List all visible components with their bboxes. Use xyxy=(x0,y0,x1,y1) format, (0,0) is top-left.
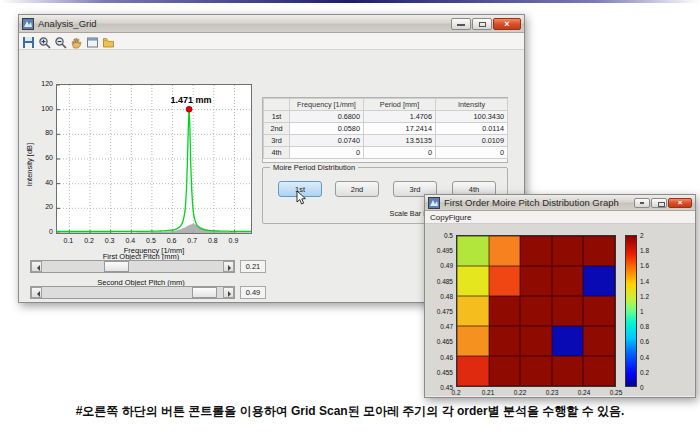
menu-bar: CopyFigure xyxy=(425,211,695,224)
heatmap-cell xyxy=(520,326,552,356)
title-bar[interactable]: Analysis_Grid × xyxy=(19,15,524,33)
heatmap-cell xyxy=(457,236,489,266)
heatmap-cell xyxy=(520,266,552,296)
y-tick-label: 100 xyxy=(31,105,53,112)
heatmap-x-tick: 0.24 xyxy=(571,389,597,396)
heatmap-cell xyxy=(552,236,584,266)
mouse-cursor-icon xyxy=(296,191,307,206)
slider-left-arrow-icon[interactable] xyxy=(31,261,42,272)
table-header: Frequency [1/mm]Period [mm]Intensity xyxy=(264,99,508,111)
slider-thumb[interactable] xyxy=(104,261,129,272)
screenshot-canvas: { "page": { "caption": "#오른쪽 하단의 버튼 콘트롤을… xyxy=(0,0,700,436)
heatmap-cell xyxy=(552,326,584,356)
value-cell: 0 xyxy=(290,147,364,159)
slider-right-arrow-icon[interactable] xyxy=(223,287,234,298)
spectrum-plot-svg: 1.471 mm xyxy=(57,85,251,233)
first-pitch-value[interactable]: 0.21 xyxy=(240,260,266,273)
plot-y-axis-label: Intensity [dB] xyxy=(25,125,34,205)
results-table-panel: Frequency [1/mm]Period [mm]Intensity 1st… xyxy=(262,97,508,163)
slider-thumb[interactable] xyxy=(192,287,217,298)
colorbar-tick: 0.2 xyxy=(640,369,662,376)
folder-icon[interactable] xyxy=(102,35,115,48)
slider-left-arrow-icon[interactable] xyxy=(31,287,42,298)
spectrum-plot: 1.471 mm xyxy=(56,84,252,234)
heatmap-cell xyxy=(457,296,489,326)
heatmap-cell xyxy=(552,356,584,386)
heatmap-y-tick: 0.465 xyxy=(429,338,453,345)
heatmap-x-tick: 0.21 xyxy=(475,389,501,396)
row-header-cell: 1st xyxy=(264,111,290,123)
heatmap-cell xyxy=(552,266,584,296)
moire-pitch-heatmap xyxy=(456,235,616,387)
colorbar xyxy=(625,235,637,387)
column-header xyxy=(264,99,290,111)
title-bar[interactable]: First Order Moire Pitch Distribution Gra… xyxy=(425,195,695,211)
value-cell: 0 xyxy=(436,147,508,159)
minimize-button-icon[interactable] xyxy=(634,198,650,208)
heatmap-cell xyxy=(583,236,615,266)
window-title: First Order Moire Pitch Distribution Gra… xyxy=(444,197,634,208)
column-header: Intensity xyxy=(436,99,508,111)
heatmap-cell xyxy=(489,266,521,296)
table-row: 1st0.68001.4706100.3430 xyxy=(264,111,508,123)
window-icon[interactable] xyxy=(86,35,99,48)
distribution-graph-window: First Order Moire Pitch Distribution Gra… xyxy=(424,194,696,398)
y-tick-label: 80 xyxy=(31,129,53,136)
minimize-button-icon[interactable] xyxy=(451,18,471,30)
maximize-button-icon[interactable] xyxy=(651,198,667,208)
distribution-window-body: 0.50.4950.490.4850.480.4750.470.4650.460… xyxy=(425,224,695,396)
app-icon xyxy=(22,18,34,30)
table-header-row: Frequency [1/mm]Period [mm]Intensity xyxy=(264,99,508,111)
colorbar-tick: 0.6 xyxy=(640,338,662,345)
heatmap-cell xyxy=(520,356,552,386)
colorbar-tick: 1.4 xyxy=(640,278,662,285)
y-tick-label: 60 xyxy=(31,154,53,161)
y-tick-label: 20 xyxy=(31,203,53,210)
slider-right-arrow-icon[interactable] xyxy=(223,261,234,272)
colorbar-tick: 0.4 xyxy=(640,354,662,361)
value-cell: 0.0114 xyxy=(436,123,508,135)
y-tick-label: 0 xyxy=(31,228,53,235)
close-button-icon[interactable]: × xyxy=(668,198,692,208)
heatmap-x-tick: 0.2 xyxy=(443,389,469,396)
value-cell: 1.4706 xyxy=(364,111,436,123)
heatmap-cell xyxy=(457,326,489,356)
zoom-out-icon[interactable] xyxy=(54,35,67,48)
app-icon xyxy=(428,197,440,209)
colorbar-tick: 0 xyxy=(640,384,662,391)
second-pitch-value[interactable]: 0.49 xyxy=(240,286,266,299)
second-pitch-slider[interactable] xyxy=(30,286,235,299)
row-header-cell: 3rd xyxy=(264,135,290,147)
row-header-cell: 4th xyxy=(264,147,290,159)
value-cell: 100.3430 xyxy=(436,111,508,123)
y-tick-label: 40 xyxy=(31,179,53,186)
heatmap-cell xyxy=(520,236,552,266)
save-icon[interactable] xyxy=(22,35,35,48)
heatmap-cell xyxy=(520,296,552,326)
y-tick-label: 120 xyxy=(31,80,53,87)
zoom-in-icon[interactable] xyxy=(38,35,51,48)
table-row: 4th000 xyxy=(264,147,508,159)
maximize-button-icon[interactable] xyxy=(472,18,492,30)
figure-toolbar xyxy=(19,33,524,50)
close-button-icon[interactable]: × xyxy=(493,18,521,30)
bottom-divider-line xyxy=(0,0,700,3)
heatmap-y-tick: 0.48 xyxy=(429,293,453,300)
heatmap-y-tick: 0.5 xyxy=(429,232,453,239)
value-cell: 13.5135 xyxy=(364,135,436,147)
heatmap-y-tick: 0.475 xyxy=(429,308,453,315)
order-button-2nd[interactable]: 2nd xyxy=(335,181,379,197)
heatmap-y-tick: 0.455 xyxy=(429,369,453,376)
heatmap-x-tick: 0.23 xyxy=(539,389,565,396)
value-cell: 17.2414 xyxy=(364,123,436,135)
pan-icon[interactable] xyxy=(70,35,83,48)
table-row: 3rd0.074013.51350.0109 xyxy=(264,135,508,147)
menu-item-copyfigure[interactable]: CopyFigure xyxy=(430,213,471,222)
heatmap-y-tick: 0.46 xyxy=(429,354,453,361)
row-header-cell: 2nd xyxy=(264,123,290,135)
column-header: Period [mm] xyxy=(364,99,436,111)
heatmap-y-tick: 0.485 xyxy=(429,278,453,285)
first-pitch-slider[interactable] xyxy=(30,260,235,273)
moire-results-table: Frequency [1/mm]Period [mm]Intensity 1st… xyxy=(263,98,508,159)
colorbar-tick: 1.8 xyxy=(640,247,662,254)
